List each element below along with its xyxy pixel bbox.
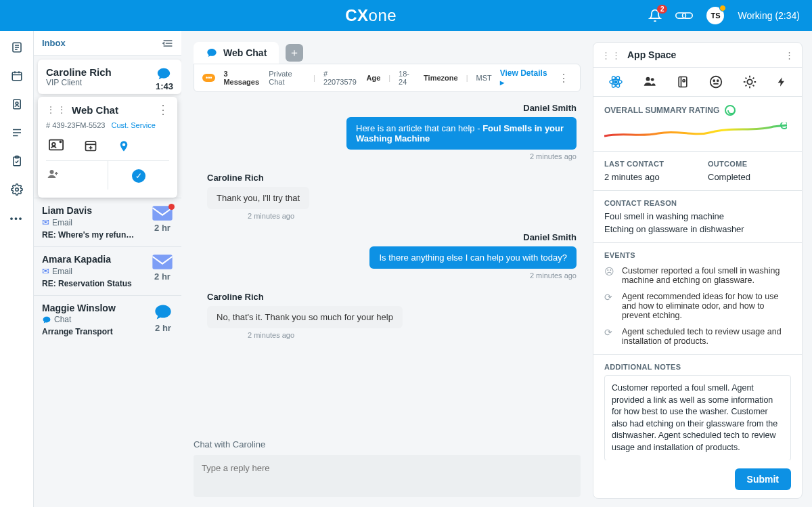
webchat-card[interactable]: ⋮⋮ Web Chat ⋮ # 439-23FM-5523 Cust. Serv… — [38, 97, 177, 198]
avatar[interactable]: TS — [706, 7, 724, 24]
mail-icon: ✉ — [42, 266, 49, 276]
svg-point-11 — [16, 102, 18, 105]
webchat-title: Web Chat — [72, 104, 118, 116]
message-bubble: Here is an article that can help - Foul … — [346, 117, 577, 150]
event-advice-icon: ⟳ — [604, 292, 615, 320]
events-title: EVENTS — [604, 251, 791, 259]
message-sender: Daniel Smith — [207, 232, 577, 242]
collapse-icon[interactable] — [162, 39, 173, 48]
inbox-item-subject: Arrange Transport — [42, 327, 148, 336]
tab-webchat-label: Web Chat — [223, 47, 267, 58]
inbox-item-name: Amara Kapadia — [42, 254, 146, 265]
add-tab-button[interactable]: ＋ — [286, 44, 303, 62]
location-pin-icon[interactable] — [118, 139, 130, 154]
link-icon[interactable] — [675, 10, 693, 21]
active-contact-tag: VIP Client — [46, 78, 112, 87]
rail-doc-icon[interactable] — [10, 41, 24, 54]
age-label: Age — [366, 74, 380, 82]
webchat-more-icon[interactable]: ⋮ — [157, 102, 169, 117]
summary-rating-label: OVERALL SUMMARY RATING — [604, 106, 719, 115]
inbox-item-type: Email — [52, 267, 72, 276]
message-timestamp: 2 minutes ago — [207, 271, 577, 280]
submit-button[interactable]: Submit — [735, 468, 791, 490]
sentiment-sparkline — [604, 123, 791, 143]
check-confirm[interactable]: ✓ — [108, 161, 170, 190]
svg-point-23 — [60, 141, 62, 144]
panel-tab-face-icon[interactable] — [708, 74, 723, 89]
panel-tab-flash-icon[interactable] — [776, 74, 787, 89]
message-bubble: No, that's it. Thank you so much for you… — [207, 306, 403, 328]
svg-point-33 — [614, 81, 617, 83]
chat-stream: Daniel SmithHere is an article that can … — [194, 92, 581, 435]
notes-text[interactable]: Customer reported a foul smell. Agent pr… — [604, 375, 791, 460]
inbox-item[interactable]: Liam Davis✉EmailRE: Where's my refun…2 h… — [34, 198, 181, 246]
panel-tab-bulb-icon[interactable] — [742, 74, 757, 89]
rail-contact-icon[interactable] — [10, 97, 24, 111]
inbox-item-age: 2 hr — [153, 323, 173, 333]
message-bubble: Is there anything else I can help you wi… — [369, 246, 577, 269]
rail-calendar-icon[interactable] — [10, 69, 24, 83]
chat-large-icon — [153, 303, 173, 322]
chat-message: Daniel SmithHere is an article that can … — [207, 103, 577, 160]
status-dot — [719, 5, 726, 12]
view-details-link[interactable]: View Details ▸ — [500, 68, 547, 87]
inbox-item[interactable]: Maggie WinslowChatArrange Transport2 hr — [34, 295, 181, 343]
message-timestamp: 2 minutes ago — [207, 331, 577, 339]
timezone-label: Timezone — [424, 74, 458, 82]
chat-icon — [42, 315, 51, 324]
event-report-icon: ☹ — [604, 266, 615, 285]
svg-rect-32 — [152, 255, 172, 269]
messages-pill: ••• — [202, 74, 215, 82]
add-person-icon[interactable] — [46, 161, 108, 190]
chat-footer-hint: Chat with Caroline — [194, 439, 581, 449]
svg-rect-6 — [12, 72, 22, 81]
outcome-value: Completed — [708, 172, 791, 182]
agent-status[interactable]: Working (2:34) — [738, 10, 800, 21]
svg-line-52 — [753, 85, 754, 87]
svg-line-51 — [746, 78, 747, 79]
event-schedule-icon: ⟳ — [604, 327, 615, 346]
panel-title: App Space — [627, 49, 676, 60]
mail-icon: ✉ — [42, 217, 49, 227]
drag-handle-icon[interactable]: ⋮⋮ — [46, 104, 68, 115]
outcome-label: OUTCOME — [708, 160, 791, 168]
rail-list-icon[interactable] — [10, 126, 24, 139]
panel-drag-handle-icon[interactable]: ⋮⋮ — [602, 50, 622, 60]
svg-point-28 — [50, 170, 54, 174]
contact-card-icon[interactable] — [49, 139, 64, 154]
inbox-item[interactable]: Amara Kapadia✉EmailRE: Reservation Statu… — [34, 246, 181, 295]
tab-webchat[interactable]: Web Chat — [194, 42, 279, 64]
reply-input[interactable] — [194, 455, 581, 497]
rail-more-icon[interactable]: ••• — [10, 211, 24, 225]
inbox-item-age: 2 hr — [152, 271, 173, 282]
article-link[interactable]: Foul Smells in your Washing Machine — [356, 123, 564, 144]
svg-point-41 — [683, 80, 685, 82]
messages-count: 3 Messages — [223, 70, 261, 86]
svg-point-43 — [713, 80, 715, 81]
bell-icon[interactable]: 2 — [648, 9, 662, 22]
inbox-item-subject: RE: Where's my refun… — [42, 230, 146, 240]
private-chat-label: Private Chat — [269, 70, 305, 86]
timezone-value: MST — [476, 74, 491, 82]
app-logo: CXone — [93, 6, 648, 25]
svg-line-53 — [746, 85, 747, 87]
inbox-item-name: Maggie Winslow — [42, 303, 148, 313]
unread-dot — [168, 204, 175, 210]
mail-large-icon — [152, 254, 173, 270]
inbox-item-name: Liam Davis — [42, 205, 146, 216]
panel-tab-atom-icon[interactable] — [608, 74, 623, 89]
contact-reason-2: Etching on glassware in dishwasher — [604, 224, 791, 234]
svg-point-17 — [15, 188, 18, 192]
rail-gear-icon[interactable] — [10, 183, 24, 196]
notes-title: ADDITIONAL NOTES — [604, 363, 791, 371]
panel-more-icon[interactable]: ⋮ — [785, 50, 794, 60]
svg-point-37 — [646, 77, 650, 81]
subbar-more-icon[interactable]: ⋮ — [556, 72, 572, 85]
svg-point-42 — [710, 76, 722, 88]
rail-clipboard-icon[interactable] — [10, 154, 24, 168]
message-sender: Caroline Rich — [207, 173, 577, 183]
inbox-item-type: Email — [52, 218, 72, 227]
panel-tab-people-icon[interactable] — [642, 74, 657, 89]
panel-tab-book-icon[interactable] — [676, 74, 690, 89]
calendar-add-icon[interactable] — [84, 139, 97, 154]
